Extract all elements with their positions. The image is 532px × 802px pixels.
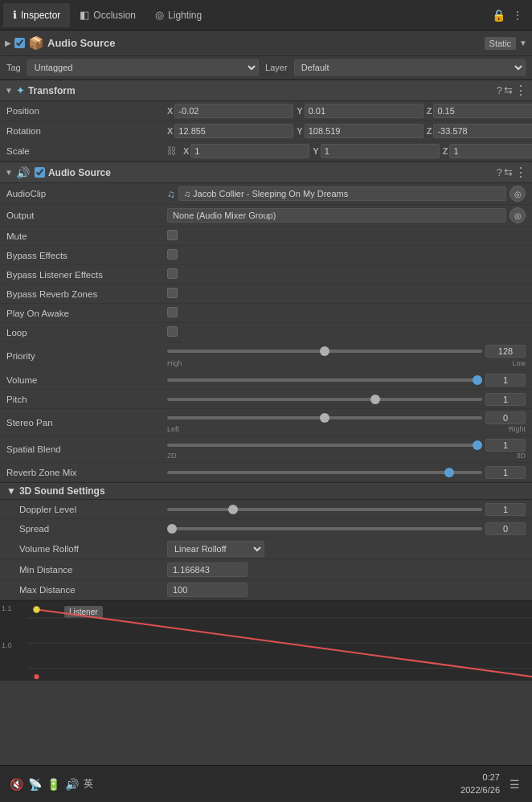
taskbar-datetime: 0:27 2022/6/26: [460, 771, 500, 796]
transform-more-btn[interactable]: ⋮: [514, 83, 527, 98]
mute-row: Mute: [0, 227, 532, 246]
occlusion-icon: ◧: [80, 9, 89, 21]
tab-occlusion-label: Occlusion: [93, 10, 136, 21]
pos-y-input[interactable]: [305, 104, 424, 118]
output-browse-btn[interactable]: ◎: [509, 207, 526, 223]
priority-slider[interactable]: [167, 350, 482, 353]
reverb-mix-value[interactable]: [485, 466, 526, 479]
play-on-awake-checkbox[interactable]: [167, 307, 178, 317]
transform-help-btn[interactable]: ?: [497, 83, 502, 98]
priority-label: Priority: [6, 351, 167, 361]
scale-label: Scale: [6, 146, 167, 156]
volume-rolloff-select[interactable]: Linear Rolloff Logarithmic Rolloff Custo…: [167, 541, 264, 557]
taskbar-battery-icon: 🔋: [47, 778, 60, 791]
rot-y-input[interactable]: [305, 124, 424, 138]
play-on-awake-row: Play On Awake: [0, 304, 532, 323]
pitch-label: Pitch: [6, 395, 167, 404]
scale-row: Scale ⛓ X Y Z: [0, 141, 532, 162]
scale-x-label: X: [183, 146, 189, 156]
audio-source-section-icon: 🔊: [16, 166, 30, 179]
transform-title: Transform: [28, 85, 493, 96]
sound3d-header[interactable]: ▼ 3D Sound Settings: [0, 482, 532, 500]
rolloff-chart-svg: [28, 601, 532, 681]
sound3d-arrow: ▼: [6, 485, 16, 497]
pos-x-input[interactable]: [174, 104, 293, 118]
audio-source-section-header[interactable]: ▼ 🔊 Audio Source ? ⇆ ⋮: [0, 162, 532, 183]
doppler-slider[interactable]: [167, 508, 482, 511]
stereo-pan-value[interactable]: [485, 411, 526, 424]
spread-value[interactable]: [485, 522, 526, 535]
transform-preset-btn[interactable]: ⇆: [504, 83, 513, 98]
taskbar-menu-btn[interactable]: ☰: [506, 776, 522, 792]
taskbar: 🔇 📡 🔋 🔊 英 0:27 2022/6/26 ☰: [0, 765, 532, 802]
chart-y-2: 1.0: [2, 641, 27, 649]
volume-slider[interactable]: [167, 378, 482, 382]
tab-inspector-label: Inspector: [21, 10, 60, 21]
gameobject-arrow: ▶: [5, 39, 11, 47]
spatial-blend-value[interactable]: [485, 439, 526, 452]
spatial-blend-row: Spatial Blend 2D 3D: [0, 436, 532, 463]
audioclip-browse-btn[interactable]: ◎: [509, 186, 526, 202]
transform-arrow: ▼: [5, 86, 13, 95]
stereo-pan-slider[interactable]: [167, 416, 482, 419]
tag-select[interactable]: Untagged: [27, 59, 259, 76]
stereo-pan-row: Stereo Pan Left Right: [0, 409, 532, 436]
transform-section-header[interactable]: ▼ ✦ Transform ? ⇆ ⋮: [0, 80, 532, 101]
spatial-blend-slider[interactable]: [167, 444, 482, 447]
max-distance-label: Max Distance: [6, 585, 167, 595]
audioclip-value[interactable]: ♫ Jacob Collier - Sleeping On My Dreams: [178, 186, 506, 201]
taskbar-lang[interactable]: 英: [84, 777, 93, 791]
pitch-value[interactable]: [485, 393, 526, 406]
gameobject-header: ▶ 📦 Audio Source Static ▼: [0, 31, 532, 56]
tab-lighting[interactable]: ◎ Lighting: [145, 3, 211, 27]
tab-inspector[interactable]: ℹ Inspector: [3, 3, 70, 27]
volume-value[interactable]: [485, 374, 526, 387]
spread-slider[interactable]: [167, 527, 482, 530]
taskbar-network-icon: 📡: [28, 778, 42, 791]
bypass-reverb-checkbox[interactable]: [167, 288, 178, 298]
pos-z-input[interactable]: [433, 104, 532, 118]
layer-label: Layer: [265, 63, 288, 72]
loop-checkbox[interactable]: [167, 326, 178, 337]
static-dropdown-arrow[interactable]: ▼: [519, 39, 527, 47]
rot-x-input[interactable]: [174, 124, 293, 138]
taskbar-mic-icon: 🔇: [10, 778, 23, 791]
spatial-3d-label: 3D: [516, 452, 526, 460]
reverb-mix-label: Reverb Zone Mix: [6, 468, 167, 477]
stereo-pan-label: Stereo Pan: [6, 418, 167, 428]
mute-checkbox[interactable]: [167, 230, 178, 240]
inspector-content: ▶ 📦 Audio Source Static ▼ Tag Untagged L…: [0, 31, 532, 765]
mute-label: Mute: [6, 231, 167, 241]
lock-button[interactable]: 🔒: [490, 7, 506, 23]
scale-x-input[interactable]: [190, 144, 309, 158]
scale-z-input[interactable]: [449, 144, 532, 158]
scale-lock-icon: ⛓: [167, 145, 177, 157]
priority-value[interactable]: [485, 345, 526, 358]
taskbar-date: 2022/6/26: [460, 784, 500, 796]
loop-row: Loop: [0, 323, 532, 342]
doppler-label: Doppler Level: [6, 505, 167, 514]
min-distance-row: Min Distance: [0, 560, 532, 580]
bypass-effects-label: Bypass Effects: [6, 251, 167, 260]
reverb-mix-slider[interactable]: [167, 471, 482, 474]
bypass-listener-checkbox[interactable]: [167, 268, 178, 279]
audio-source-enabled-checkbox[interactable]: [35, 167, 45, 178]
audio-source-help-btn[interactable]: ?: [497, 165, 502, 180]
bypass-effects-checkbox[interactable]: [167, 249, 178, 260]
more-options-button[interactable]: ⋮: [509, 7, 526, 23]
scale-y-input[interactable]: [321, 144, 440, 158]
audio-source-more-btn[interactable]: ⋮: [514, 165, 527, 180]
max-distance-input[interactable]: [167, 583, 248, 597]
doppler-value[interactable]: [485, 503, 526, 516]
layer-select[interactable]: Default: [294, 59, 526, 76]
rotation-row: Rotation X Y Z: [0, 121, 532, 141]
position-label: Position: [6, 106, 167, 116]
pitch-slider[interactable]: [167, 398, 482, 401]
gameobject-active-checkbox[interactable]: [14, 38, 25, 48]
tab-occlusion[interactable]: ◧ Occlusion: [70, 3, 145, 27]
priority-row: Priority High Low: [0, 342, 532, 370]
lighting-icon: ◎: [155, 9, 164, 21]
min-distance-input[interactable]: [167, 563, 248, 577]
audio-source-preset-btn[interactable]: ⇆: [504, 165, 513, 180]
rot-z-input[interactable]: [433, 124, 532, 138]
